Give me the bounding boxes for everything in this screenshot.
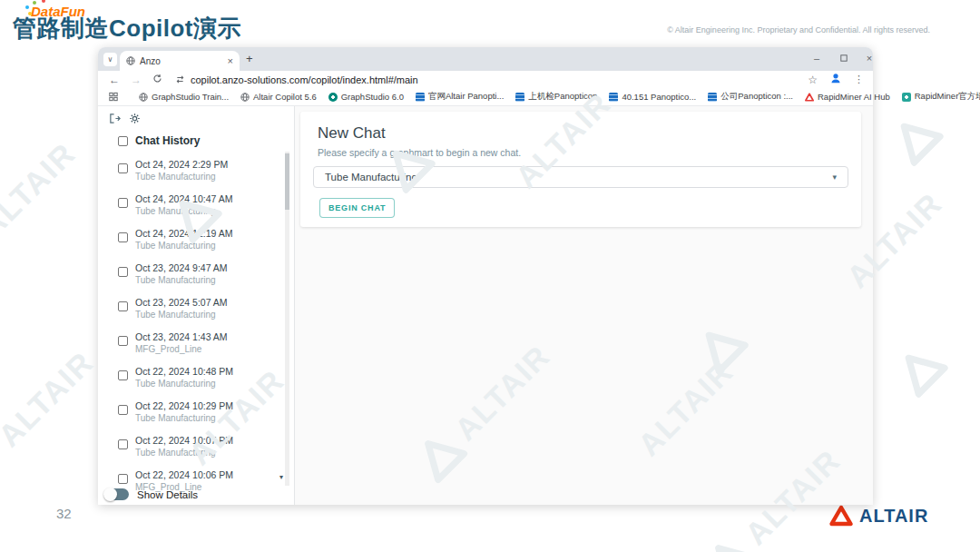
checkbox[interactable] (118, 370, 128, 380)
browser-tab-anzo[interactable]: Anzo × (120, 51, 240, 71)
chat-date: Oct 22, 2024 10:48 PM (135, 366, 233, 378)
graphmart-select-value: Tube Manufacturing (325, 172, 417, 182)
chat-date: Oct 22, 2024 10:29 PM (135, 400, 233, 412)
sidebar-scrollbar[interactable] (285, 153, 289, 210)
maximize-button[interactable] (835, 51, 853, 65)
minimize-button[interactable]: – (808, 51, 826, 65)
main-panel: New Chat Please specify a graphmart to b… (295, 106, 873, 505)
list-item[interactable]: Oct 24, 2024 12:19 AM Tube Manufacturing (118, 228, 272, 251)
browser-menu-icon[interactable]: ⋮ (854, 74, 864, 85)
altair-watermark (886, 108, 945, 167)
site-info-icon (175, 75, 185, 84)
bookmark-star-icon[interactable]: ☆ (808, 74, 818, 86)
chat-graphmart: Tube Manufacturing (135, 240, 232, 251)
chat-graphmart: Tube Manufacturing (135, 205, 232, 217)
checkbox[interactable] (118, 136, 128, 146)
list-item[interactable]: Oct 23, 2024 1:43 AM MFG_Prod_Line (118, 331, 272, 355)
toolbar-right: ☆ ⋮ (808, 71, 864, 88)
bookmark-item[interactable]: GraphStudio Train... (139, 92, 229, 102)
checkbox[interactable] (118, 232, 128, 242)
checkbox[interactable] (118, 439, 128, 449)
list-item[interactable]: Oct 23, 2024 9:47 AM Tube Manufacturing (118, 262, 272, 286)
chat-graphmart: Tube Manufacturing (135, 171, 228, 182)
new-chat-card: New Chat Please specify a graphmart to b… (300, 112, 861, 227)
bookmark-label: RapidMiner官方培... (915, 91, 980, 103)
toggle-knob (103, 488, 117, 501)
show-details-row: Show Details (107, 488, 198, 500)
checkbox[interactable] (118, 301, 128, 311)
show-details-toggle[interactable] (107, 488, 129, 500)
bookmark-item[interactable]: RapidMiner官方培... (902, 91, 980, 103)
graphmart-select[interactable]: Tube Manufacturing ▾ (313, 166, 848, 188)
tab-close-icon[interactable]: × (228, 56, 233, 66)
list-item[interactable]: Oct 22, 2024 10:07 PM Tube Manufacturing (118, 435, 272, 458)
maximize-icon (840, 54, 848, 62)
profile-icon[interactable] (829, 72, 842, 88)
bookmark-item[interactable]: Altair Copilot 5.6 (240, 92, 317, 102)
panopticon-icon (416, 93, 425, 102)
chat-graphmart: Tube Manufacturing (135, 378, 233, 389)
checkbox[interactable] (118, 405, 128, 415)
chat-history-title: Chat History (135, 134, 200, 147)
tab-title: Anzo (140, 56, 223, 66)
altair-watermark (890, 340, 949, 399)
chat-graphmart: Tube Manufacturing (135, 412, 233, 424)
back-icon[interactable]: ← (109, 74, 120, 85)
new-chat-subtitle: Please specify a graphmart to begin a ne… (318, 147, 521, 158)
tab-search-button[interactable]: ∨ (103, 53, 117, 66)
bookmark-item[interactable]: RapidMiner AI Hub (805, 92, 890, 102)
chevron-down-icon: ∨ (108, 55, 113, 64)
bookmark-item[interactable]: 官网Altair Panopti... (416, 91, 504, 103)
bookmark-label: 40.151 Panoptico... (622, 92, 696, 102)
anzo-app-area: Chat History Oct 24, 2024 2:29 PM Tube M… (98, 106, 873, 505)
list-item[interactable]: Oct 24, 2024 2:29 PM Tube Manufacturing (118, 159, 272, 182)
logout-button[interactable] (109, 112, 121, 128)
list-item[interactable]: Oct 22, 2024 10:48 PM Tube Manufacturing (118, 366, 272, 389)
refresh-icon[interactable] (152, 74, 162, 85)
address-bar[interactable]: copilot.anzo-solutions.com/copilot/index… (175, 74, 418, 85)
bookmark-item[interactable]: 40.151 Panoptico... (609, 92, 696, 102)
select-caret-icon: ▾ (832, 172, 837, 182)
chat-date: Oct 24, 2024 10:47 AM (135, 193, 232, 205)
globe-icon (139, 93, 148, 102)
bookmark-label: Altair Copilot 5.6 (253, 92, 317, 102)
bookmark-item[interactable]: 公司Panopticon :... (708, 91, 793, 103)
bookmark-item[interactable]: GraphStudio 6.0 (328, 92, 404, 102)
chat-date: Oct 23, 2024 1:43 AM (135, 331, 228, 343)
page-number: 32 (56, 506, 72, 521)
checkbox[interactable] (118, 163, 128, 173)
panopticon-icon (708, 93, 717, 102)
scroll-down-icon[interactable]: ▾ (279, 473, 283, 481)
close-window-button[interactable]: × (860, 51, 878, 65)
settings-gear-button[interactable] (129, 112, 141, 128)
bookmark-item[interactable]: 上机检Panopticon (515, 91, 597, 103)
bookmark-label: RapidMiner AI Hub (818, 92, 890, 102)
checkbox[interactable] (118, 198, 128, 208)
browser-toolbar: ← → copilot.anzo-solutions.com/copilot/i… (98, 71, 873, 88)
rapidminer-icon (805, 93, 814, 102)
chat-graphmart: MFG_Prod_Line (135, 343, 228, 355)
checkbox[interactable] (118, 474, 128, 484)
url-text: copilot.anzo-solutions.com/copilot/index… (191, 74, 418, 85)
checkbox[interactable] (118, 267, 128, 277)
bookmark-label: 上机检Panopticon (528, 91, 597, 103)
list-item[interactable]: Oct 24, 2024 10:47 AM Tube Manufacturing (118, 193, 272, 217)
checkbox[interactable] (118, 336, 128, 346)
begin-chat-button[interactable]: BEGIN CHAT (319, 198, 395, 218)
browser-window: ∨ Anzo × + – × ← → (98, 47, 873, 505)
chat-history-header: Chat History (118, 134, 200, 147)
show-details-label: Show Details (137, 489, 198, 500)
forward-icon[interactable]: → (131, 74, 142, 85)
apps-grid-icon[interactable] (109, 93, 118, 102)
new-tab-button[interactable]: + (246, 52, 253, 65)
chat-graphmart: Tube Manufacturing (135, 447, 233, 458)
list-item[interactable]: Oct 22, 2024 10:29 PM Tube Manufacturing (118, 400, 272, 424)
chat-graphmart: Tube Manufacturing (135, 309, 228, 320)
chat-date: Oct 23, 2024 9:47 AM (135, 262, 228, 274)
begin-chat-label: BEGIN CHAT (328, 203, 386, 212)
chat-graphmart: Tube Manufacturing (135, 274, 228, 286)
new-chat-title: New Chat (318, 124, 386, 143)
altair-watermark: ALTAIR (0, 344, 101, 454)
panopticon-icon (609, 93, 618, 102)
list-item[interactable]: Oct 23, 2024 5:07 AM Tube Manufacturing (118, 297, 272, 320)
